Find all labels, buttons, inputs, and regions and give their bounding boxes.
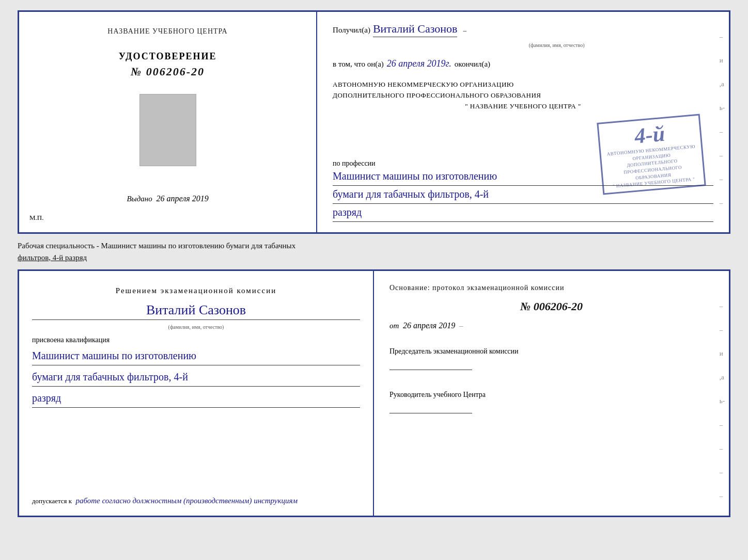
org-block: АВТОНОМНУЮ НЕКОММЕРЧЕСКУЮ ОРГАНИЗАЦИЮ ДО… [333,79,713,111]
vtom-suffix: окончил(а) [455,60,490,69]
director-signature-line [389,413,472,413]
profession-line3: разряд [333,204,713,222]
chairman-block: Председатель экзаменационной комиссии [389,346,713,371]
vtom-line: в том, что он(а) 26 апреля 2019г. окончи… [333,58,713,69]
mp-label: М.П. [29,214,43,222]
chairman-signature-line [389,370,472,370]
date-value: 26 апреля 2019 [403,321,455,330]
top-cert-right: Получил(а) Виталий Сазонов – (фамилия, и… [317,12,729,232]
top-cert-left: НАЗВАНИЕ УЧЕБНОГО ЦЕНТРА УДОСТОВЕРЕНИЕ №… [19,12,317,232]
qual-line1: Машинист машины по изготовлению [32,347,360,365]
training-center-label: НАЗВАНИЕ УЧЕБНОГО ЦЕНТРА [107,27,227,36]
bottom-right-dashes: – – и ,а ь- – – – – [720,302,725,500]
date-prefix: от [389,322,399,330]
stamp-number: 4-й [634,121,666,149]
right-side-dashes: – и ,а ь- – – – – [720,33,725,207]
separator-line1: Рабочая специальность - Машинист машины … [18,242,295,250]
stamp-line3: " НАЗВАНИЕ УЧЕБНОГО ЦЕНТРА " [333,101,713,112]
director-label: Руководитель учебного Центра [389,389,713,400]
separator-text-block: Рабочая специальность - Машинист машины … [18,238,730,265]
recipient-prefix: Получил(а) [333,26,370,35]
vtom-prefix: в том, что он(а) [333,60,384,69]
document-wrapper: НАЗВАНИЕ УЧЕБНОГО ЦЕНТРА УДОСТОВЕРЕНИЕ №… [18,10,730,517]
profession-label: по профессии [333,159,376,167]
separator-line2: фильтров, 4-й разряд [18,253,87,262]
bottom-cert-left: Решением экзаменационной комиссии Витали… [19,271,374,516]
allowed-prefix: допускается к [32,497,72,505]
bottom-cert-right: Основание: протокол экзаменационной коми… [374,271,729,516]
commission-title: Решением экзаменационной комиссии [32,286,360,295]
assigned-label: присвоена квалификация [32,336,360,344]
top-certificate: НАЗВАНИЕ УЧЕБНОГО ЦЕНТРА УДОСТОВЕРЕНИЕ №… [18,10,730,234]
cert-title: УДОСТОВЕРЕНИЕ [119,51,217,62]
cert-number: № 006206-20 [131,65,205,78]
stamp-line2: ДОПОЛНИТЕЛЬНОГО ПРОФЕССИОНАЛЬНОГО ОБРАЗО… [333,90,713,101]
allowed-text: работе согласно должностным (производств… [75,497,298,505]
stamp-line1: АВТОНОМНУЮ НЕКОММЕРЧЕСКУЮ ОРГАНИЗАЦИЮ [333,79,713,90]
director-block: Руководитель учебного Центра [389,389,713,414]
issued-label: Выдано [127,195,152,203]
person-name: Виталий Сазонов [32,302,360,320]
bottom-certificate: Решением экзаменационной комиссии Витали… [18,269,730,517]
recipient-name: Виталий Сазонов [373,22,457,37]
recipient-line: Получил(а) Виталий Сазонов – [333,22,713,37]
recipient-subtitle: (фамилия, имя, отчество) [400,42,713,48]
date-right: от 26 апреля 2019 – [389,321,713,330]
chairman-label: Председатель экзаменационной комиссии [389,346,713,357]
org-block-container: АВТОНОМНУЮ НЕКОММЕРЧЕСКУЮ ОРГАНИЗАЦИЮ ДО… [333,77,713,149]
person-subtitle: (фамилия, имя, отчество) [32,324,360,330]
issued-date: 26 апреля 2019 [157,194,209,203]
issued-line: Выдано 26 апреля 2019 [127,194,208,209]
qual-line2: бумаги для табачных фильтров, 4-й [32,369,360,387]
allowed-line: допускается к работе согласно должностны… [32,497,360,505]
stamp-overlay: 4-й АВТОНОМНУЮ НЕКОММЕРЧЕСКУЮ ОРГАНИЗАЦИ… [597,114,706,195]
basis-label: Основание: протокол экзаменационной коми… [389,284,713,292]
photo-placeholder [139,94,196,166]
protocol-number: № 006206-20 [389,300,713,313]
vtom-date: 26 апреля 2019г. [387,58,451,69]
qual-line3: разряд [32,390,360,408]
